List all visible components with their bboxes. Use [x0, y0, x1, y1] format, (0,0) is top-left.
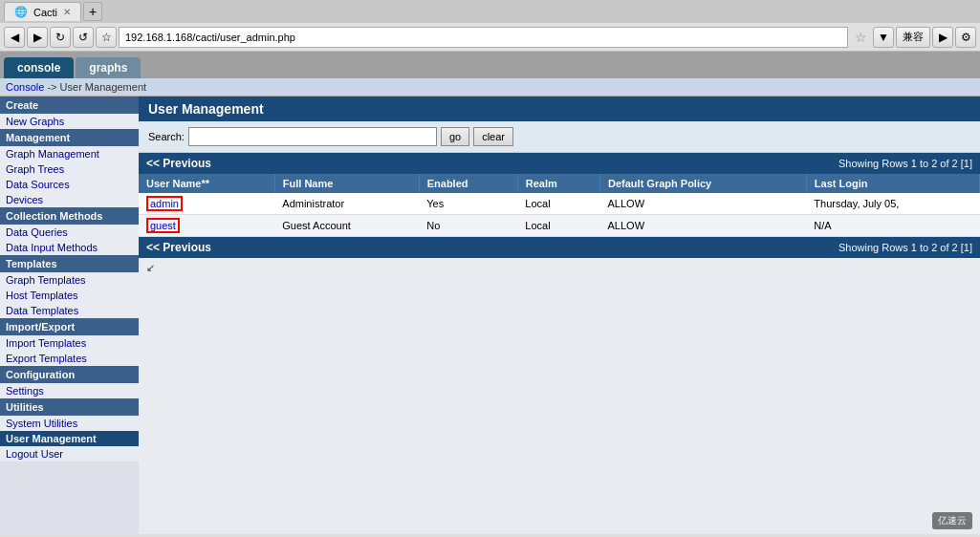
- arrow-indicator: ↙: [139, 258, 980, 278]
- sidebar-section-management: Management: [0, 129, 139, 146]
- clear-button[interactable]: clear: [473, 127, 513, 146]
- sidebar-item-data-sources[interactable]: Data Sources: [0, 177, 139, 192]
- showing-rows-bottom: Showing Rows 1 to 2 of 2 [1]: [838, 242, 972, 253]
- sidebar-item-user-management[interactable]: User Management: [0, 431, 139, 446]
- sidebar-section-import-export: Import/Export: [0, 318, 139, 335]
- sidebar-item-logout-user[interactable]: Logout User: [0, 446, 139, 462]
- sidebar-section-collection-methods: Collection Methods: [0, 207, 139, 225]
- admin-link[interactable]: admin: [150, 198, 179, 209]
- tab-graphs[interactable]: graphs: [76, 57, 141, 78]
- back-btn[interactable]: ◀: [4, 27, 25, 48]
- cell-last-login: N/A: [806, 215, 979, 237]
- cell-realm: Local: [517, 215, 599, 237]
- cell-default-graph-policy: ALLOW: [600, 215, 807, 237]
- sidebar-section-utilities: Utilities: [0, 398, 139, 416]
- col-last-login: Last Login: [806, 174, 979, 193]
- sidebar-item-import-templates[interactable]: Import Templates: [0, 335, 139, 351]
- settings-btn[interactable]: ⚙: [955, 27, 976, 48]
- sidebar-item-graph-management[interactable]: Graph Management: [0, 146, 139, 161]
- guest-link[interactable]: guest: [150, 220, 176, 231]
- tab-graphs-label: graphs: [89, 61, 127, 75]
- tab-console[interactable]: console: [4, 57, 74, 78]
- breadcrumb-console-link[interactable]: Console: [6, 81, 44, 93]
- watermark: 亿速云: [932, 512, 972, 529]
- cell-fullname: Administrator: [274, 193, 419, 215]
- undo-btn[interactable]: ↺: [73, 27, 94, 48]
- page-tabs: console graphs: [0, 52, 980, 78]
- new-tab-btn[interactable]: +: [83, 2, 102, 21]
- cell-enabled: No: [419, 215, 517, 237]
- refresh-btn[interactable]: ↻: [50, 27, 71, 48]
- table-nav-bottom: << Previous Showing Rows 1 to 2 of 2 [1]: [139, 237, 980, 258]
- showing-rows-top: Showing Rows 1 to 2 of 2 [1]: [838, 158, 972, 169]
- users-table: User Name** Full Name Enabled Realm Defa…: [139, 174, 980, 237]
- dropdown-btn[interactable]: ▼: [873, 27, 894, 48]
- sidebar-section-configuration: Configuration: [0, 366, 139, 383]
- prev-btn-bottom[interactable]: << Previous: [146, 241, 211, 254]
- extra-btn[interactable]: ▶: [932, 27, 953, 48]
- sidebar-item-devices[interactable]: Devices: [0, 192, 139, 207]
- search-input[interactable]: [188, 127, 437, 146]
- breadcrumb-arrow: ->: [47, 81, 56, 93]
- prev-btn-top[interactable]: << Previous: [146, 157, 211, 170]
- compat-btn[interactable]: 兼容: [896, 27, 930, 48]
- breadcrumb-current: User Management: [60, 81, 147, 93]
- main-layout: Create New Graphs Management Graph Manag…: [0, 97, 980, 534]
- sidebar-item-settings[interactable]: Settings: [0, 383, 139, 398]
- favorite-icon[interactable]: ☆: [850, 27, 871, 48]
- go-button[interactable]: go: [441, 127, 469, 146]
- forward-btn[interactable]: ▶: [27, 27, 48, 48]
- search-label: Search:: [148, 131, 185, 142]
- tab-console-label: console: [17, 61, 60, 75]
- sidebar: Create New Graphs Management Graph Manag…: [0, 97, 139, 534]
- col-realm: Realm: [517, 174, 599, 193]
- sidebar-item-export-templates[interactable]: Export Templates: [0, 351, 139, 366]
- cell-enabled: Yes: [419, 193, 517, 215]
- sidebar-item-graph-trees[interactable]: Graph Trees: [0, 161, 139, 177]
- tab-bar: 🌐 Cacti ✕ +: [0, 0, 980, 23]
- sidebar-item-data-input-methods[interactable]: Data Input Methods: [0, 240, 139, 255]
- sidebar-item-graph-templates[interactable]: Graph Templates: [0, 272, 139, 288]
- table-row: guest Guest Account No Local ALLOW N/A: [139, 215, 980, 237]
- bookmark-btn[interactable]: ☆: [96, 27, 117, 48]
- sidebar-item-system-utilities[interactable]: System Utilities: [0, 416, 139, 431]
- sidebar-item-data-queries[interactable]: Data Queries: [0, 225, 139, 240]
- table-nav-top: << Previous Showing Rows 1 to 2 of 2 [1]: [139, 153, 980, 174]
- cell-last-login: Thursday, July 05,: [806, 193, 979, 215]
- sidebar-section-templates: Templates: [0, 255, 139, 272]
- cell-default-graph-policy: ALLOW: [600, 193, 807, 215]
- address-bar[interactable]: [119, 27, 848, 48]
- browser-tab[interactable]: 🌐 Cacti ✕: [4, 2, 81, 21]
- table-row: admin Administrator Yes Local ALLOW Thur…: [139, 193, 980, 215]
- page-title: User Management: [139, 97, 980, 121]
- col-default-graph-policy: Default Graph Policy: [600, 174, 807, 193]
- cell-fullname: Guest Account: [274, 215, 419, 237]
- nav-bar: ◀ ▶ ↻ ↺ ☆ ☆ ▼ 兼容 ▶ ⚙: [0, 23, 980, 52]
- content-area: User Management Search: go clear << Prev…: [139, 97, 980, 534]
- sidebar-section-create: Create: [0, 97, 139, 114]
- search-bar: Search: go clear: [139, 121, 980, 153]
- tab-close-btn[interactable]: ✕: [63, 7, 71, 17]
- col-username: User Name**: [139, 174, 274, 193]
- cell-username: admin: [139, 193, 274, 215]
- col-fullname: Full Name: [274, 174, 419, 193]
- sidebar-item-new-graphs[interactable]: New Graphs: [0, 114, 139, 129]
- sidebar-item-host-templates[interactable]: Host Templates: [0, 288, 139, 303]
- cell-username: guest: [139, 215, 274, 237]
- tab-favicon: 🌐: [14, 6, 28, 18]
- sidebar-item-data-templates[interactable]: Data Templates: [0, 303, 139, 318]
- breadcrumb: Console -> User Management: [0, 78, 980, 97]
- col-enabled: Enabled: [419, 174, 517, 193]
- tab-title: Cacti: [33, 7, 57, 18]
- browser-chrome: 🌐 Cacti ✕ + ◀ ▶ ↻ ↺ ☆ ☆ ▼ 兼容 ▶ ⚙: [0, 0, 980, 52]
- cell-realm: Local: [517, 193, 599, 215]
